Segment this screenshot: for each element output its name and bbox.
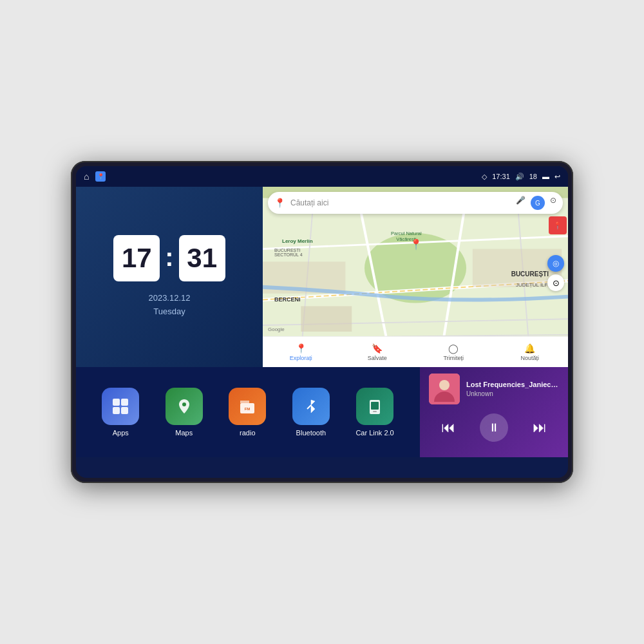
maps-pin-icon[interactable]: 📍 [95, 171, 106, 182]
trimiteti-icon: ◯ [448, 343, 459, 354]
layers-icon[interactable]: ⊙ [550, 196, 556, 210]
svg-rect-11 [301, 306, 352, 332]
home-icon[interactable]: ⌂ [84, 171, 89, 182]
clock-day: Tuesday [148, 305, 190, 319]
salvate-icon: 🔖 [372, 343, 383, 354]
berceni-label: BERCENI [274, 296, 301, 303]
status-left: ⌂ 📍 [84, 171, 106, 182]
bluetooth-icon [292, 388, 330, 425]
app-item-radio[interactable]: FM radio [229, 388, 266, 437]
music-artist: Unknown [466, 390, 559, 397]
compass-icon[interactable]: ⊙ [547, 274, 564, 291]
red-pin-icon: 📍 [549, 216, 567, 234]
apps-icon [102, 388, 139, 425]
status-right: ◇ 17:31 🔊 18 ▬ ↩ [482, 173, 560, 181]
battery-level: 18 [529, 173, 537, 180]
music-player: Lost Frequencies_Janieck Devy-... Unknow… [420, 367, 568, 457]
noutati-icon: 🔔 [524, 343, 535, 354]
clock-date-info: 2023.12.12 Tuesday [148, 292, 190, 319]
music-title: Lost Frequencies_Janieck Devy-... [466, 381, 559, 388]
explorati-label: Explorați [290, 355, 312, 361]
back-icon[interactable]: ↩ [554, 173, 560, 181]
app-item-carlink[interactable]: Car Link 2.0 [355, 388, 393, 437]
prev-button[interactable]: ⏮ [441, 419, 455, 436]
app-item-maps[interactable]: Maps [166, 388, 203, 437]
clock-minutes: 31 [179, 235, 225, 281]
next-button[interactable]: ⏭ [533, 419, 547, 436]
play-pause-button[interactable]: ⏸ [480, 413, 508, 442]
top-section: 17 : 31 2023.12.12 Tuesday [76, 187, 568, 367]
music-controls: ⏮ ⏸ ⏭ [429, 413, 559, 442]
map-bottom-tabs: 📍 Explorați 🔖 Salvate ◯ Trimiteți 🔔 [263, 336, 568, 367]
apps-section: Apps Maps [76, 367, 420, 457]
leroy-label: Leroy Merlin [282, 238, 313, 244]
carlink-label: Car Link 2.0 [355, 429, 393, 437]
main-content: 17 : 31 2023.12.12 Tuesday [76, 187, 568, 478]
apps-label: Apps [113, 429, 129, 437]
svg-point-18 [182, 402, 186, 406]
clock-hours: 17 [113, 235, 160, 281]
svg-rect-16 [113, 407, 120, 414]
bottom-section: Apps Maps [76, 367, 568, 457]
app-item-apps[interactable]: Apps [102, 388, 139, 437]
clock-widget: 17 : 31 2023.12.12 Tuesday [76, 187, 263, 367]
explorati-icon: 📍 [296, 343, 307, 354]
svg-rect-14 [113, 399, 120, 406]
device-screen: ⌂ 📍 ◇ 17:31 🔊 18 ▬ ↩ 17 : [76, 166, 568, 478]
svg-text:FM: FM [245, 407, 251, 411]
maps-icon [166, 388, 203, 425]
map-search-controls: 🎤 G ⊙ [516, 196, 556, 210]
map-location-icon: 📍 [410, 238, 422, 251]
map-search-placeholder: Căutați aici [290, 198, 511, 207]
google-watermark: Google [268, 327, 285, 332]
bluetooth-label: Bluetooth [296, 429, 326, 437]
music-details: Lost Frequencies_Janieck Devy-... Unknow… [466, 381, 559, 397]
maps-label: Maps [175, 429, 193, 437]
status-time: 17:31 [492, 173, 510, 180]
status-bar: ⌂ 📍 ◇ 17:31 🔊 18 ▬ ↩ [76, 166, 568, 187]
svg-point-26 [439, 380, 450, 390]
map-tab-trimiteti[interactable]: ◯ Trimiteți [415, 343, 492, 361]
volume-icon: 🔊 [515, 173, 524, 181]
trimiteti-label: Trimiteți [443, 355, 464, 361]
app-item-bluetooth[interactable]: Bluetooth [292, 388, 330, 437]
map-search-pin-icon: 📍 [274, 198, 285, 208]
music-thumbnail [429, 374, 460, 404]
radio-icon: FM [229, 388, 266, 425]
map-search-bar[interactable]: 📍 Căutați aici 🎤 G ⊙ [268, 192, 563, 214]
svg-rect-15 [121, 399, 128, 406]
clock-date: 2023.12.12 [148, 292, 190, 305]
battery-icon: ▬ [542, 173, 549, 180]
carlink-icon [356, 388, 393, 425]
map-widget[interactable]: 📍 Căutați aici 🎤 G ⊙ TRAPEZULUI BERCENI … [263, 187, 568, 367]
radio-label: radio [240, 429, 255, 437]
svg-rect-17 [121, 407, 128, 414]
bucuresti-label: BUCUREȘTI [511, 270, 549, 278]
clock-display: 17 : 31 [113, 235, 225, 281]
noutati-label: Noutăți [520, 355, 539, 361]
clock-colon: : [165, 243, 173, 272]
map-tab-salvate[interactable]: 🔖 Salvate [339, 343, 416, 361]
mic-icon[interactable]: 🎤 [516, 196, 526, 210]
user-avatar[interactable]: G [531, 196, 545, 210]
svg-rect-23 [371, 402, 379, 410]
salvate-label: Salvate [368, 355, 387, 361]
map-tab-noutati[interactable]: 🔔 Noutăți [492, 343, 569, 361]
location-indicator: ◇ [482, 173, 487, 181]
map-tab-explorati[interactable]: 📍 Explorați [263, 343, 339, 361]
location-btn[interactable]: ◎ [547, 255, 564, 272]
music-info: Lost Frequencies_Janieck Devy-... Unknow… [429, 374, 559, 404]
svg-rect-20 [240, 401, 249, 403]
sector4-label: BUCUREȘTI SECTORUL 4 [274, 248, 303, 257]
car-unit-device: ⌂ 📍 ◇ 17:31 🔊 18 ▬ ↩ 17 : [71, 161, 573, 483]
svg-rect-24 [373, 411, 377, 412]
